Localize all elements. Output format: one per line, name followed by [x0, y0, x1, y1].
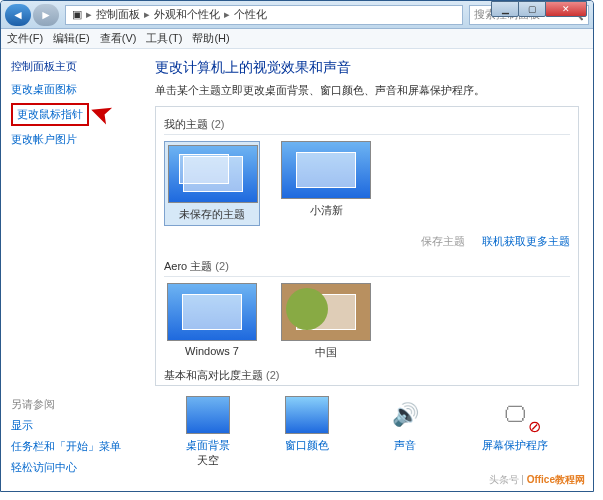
breadcrumb-seg3[interactable]: 个性化	[232, 7, 269, 22]
theme-label: Windows 7	[164, 345, 260, 357]
body: 控制面板主页 更改桌面图标 更改鼠标指针 更改帐户图片 ➤ 另请参阅 显示 任务…	[1, 49, 593, 491]
breadcrumb-seg1[interactable]: 控制面板	[94, 7, 142, 22]
screensaver-link[interactable]: 🖵 屏幕保护程序	[482, 396, 548, 468]
section-label: 基本和高对比度主题	[164, 369, 263, 381]
watermark: 头条号 | Office教程网	[489, 473, 586, 487]
titlebar: ◄ ► ▣ ▸ 控制面板 ▸ 外观和个性化 ▸ 个性化 搜索控制面板 🔍 ▁ ▢…	[1, 1, 593, 29]
main-content: 更改计算机上的视觉效果和声音 单击某个主题立即更改桌面背景、窗口颜色、声音和屏幕…	[141, 49, 593, 491]
watermark-text2: Office教程网	[527, 474, 585, 485]
sidebar-see-also: 另请参阅 显示 任务栏和「开始」菜单 轻松访问中心	[11, 397, 121, 481]
theme-unsaved[interactable]: 未保存的主题	[164, 141, 260, 226]
theme-actions: 保存主题 联机获取更多主题	[164, 234, 570, 249]
breadcrumb[interactable]: ▣ ▸ 控制面板 ▸ 外观和个性化 ▸ 个性化	[65, 5, 463, 25]
back-button[interactable]: ◄	[5, 4, 31, 26]
theme-label: 未保存的主题	[168, 207, 256, 222]
sidebar-link-account-pic[interactable]: 更改帐户图片	[11, 132, 131, 147]
option-label: 屏幕保护程序	[482, 438, 548, 453]
breadcrumb-icon: ▣	[70, 8, 84, 21]
watermark-text1: 头条号	[489, 474, 519, 485]
option-label: 桌面背景	[186, 438, 230, 453]
option-label: 窗口颜色	[285, 438, 329, 453]
page-subtitle: 单击某个主题立即更改桌面背景、窗口颜色、声音和屏幕保护程序。	[155, 83, 579, 98]
page-title: 更改计算机上的视觉效果和声音	[155, 59, 579, 77]
section-label: 我的主题	[164, 118, 208, 130]
theme-xiaoqingxin[interactable]: 小清新	[278, 141, 374, 226]
sidebar-link-ease[interactable]: 轻松访问中心	[11, 460, 121, 475]
window: ◄ ► ▣ ▸ 控制面板 ▸ 外观和个性化 ▸ 个性化 搜索控制面板 🔍 ▁ ▢…	[0, 0, 594, 492]
breadcrumb-sep: ▸	[222, 8, 232, 21]
theme-thumb	[281, 283, 371, 341]
theme-row: Windows 7 中国	[164, 283, 570, 360]
sound-icon: 🔊	[383, 396, 427, 434]
theme-label: 中国	[278, 345, 374, 360]
sidebar-link-taskbar[interactable]: 任务栏和「开始」菜单	[11, 439, 121, 454]
menu-help[interactable]: 帮助(H)	[192, 31, 229, 46]
window-color-icon	[285, 396, 329, 434]
section-count: (2)	[215, 260, 228, 272]
nav-buttons: ◄ ►	[5, 4, 59, 26]
theme-china[interactable]: 中国	[278, 283, 374, 360]
section-label: Aero 主题	[164, 260, 212, 272]
theme-thumb	[168, 145, 258, 203]
themes-scroll[interactable]: 我的主题 (2) 未保存的主题 小清新 保存主题 联机获取更多主题	[155, 106, 579, 386]
sidebar-link-display[interactable]: 显示	[11, 418, 121, 433]
theme-windows7[interactable]: Windows 7	[164, 283, 260, 360]
window-color-link[interactable]: 窗口颜色	[285, 396, 329, 468]
menubar: 文件(F) 编辑(E) 查看(V) 工具(T) 帮助(H)	[1, 29, 593, 49]
annotation-arrow: ➤	[84, 94, 117, 133]
sidebar: 控制面板主页 更改桌面图标 更改鼠标指针 更改帐户图片 ➤ 另请参阅 显示 任务…	[1, 49, 141, 491]
section-aero-themes: Aero 主题 (2)	[164, 259, 570, 277]
theme-thumb	[167, 283, 257, 341]
sound-link[interactable]: 🔊 声音	[383, 396, 427, 468]
section-count: (2)	[266, 369, 279, 381]
menu-edit[interactable]: 编辑(E)	[53, 31, 90, 46]
theme-label: 小清新	[278, 203, 374, 218]
forward-button[interactable]: ►	[33, 4, 59, 26]
bottom-options: 桌面背景 天空 窗口颜色 🔊 声音 🖵 屏幕保护程序	[155, 396, 579, 468]
close-button[interactable]: ✕	[545, 1, 587, 17]
option-sublabel: 天空	[186, 453, 230, 468]
sidebar-link-desktop-icons[interactable]: 更改桌面图标	[11, 82, 131, 97]
window-controls: ▁ ▢ ✕	[492, 1, 587, 17]
sidebar-heading: 控制面板主页	[11, 59, 131, 74]
theme-thumb	[281, 141, 371, 199]
theme-row: 未保存的主题 小清新	[164, 141, 570, 226]
save-theme-link: 保存主题	[421, 235, 465, 247]
maximize-button[interactable]: ▢	[518, 1, 546, 17]
more-themes-link[interactable]: 联机获取更多主题	[482, 235, 570, 247]
breadcrumb-sep: ▸	[84, 8, 94, 21]
menu-view[interactable]: 查看(V)	[100, 31, 137, 46]
screensaver-icon: 🖵	[493, 396, 537, 434]
breadcrumb-sep: ▸	[142, 8, 152, 21]
option-label: 声音	[383, 438, 427, 453]
sidebar-link-mouse-pointer[interactable]: 更改鼠标指针	[11, 103, 89, 126]
breadcrumb-seg2[interactable]: 外观和个性化	[152, 7, 222, 22]
menu-tools[interactable]: 工具(T)	[146, 31, 182, 46]
desktop-background-link[interactable]: 桌面背景 天空	[186, 396, 230, 468]
section-my-themes: 我的主题 (2)	[164, 117, 570, 135]
section-basic-themes: 基本和高对比度主题 (2)	[164, 368, 570, 386]
menu-file[interactable]: 文件(F)	[7, 31, 43, 46]
see-also-heading: 另请参阅	[11, 397, 121, 412]
desktop-icon	[186, 396, 230, 434]
section-count: (2)	[211, 118, 224, 130]
minimize-button[interactable]: ▁	[491, 1, 519, 17]
